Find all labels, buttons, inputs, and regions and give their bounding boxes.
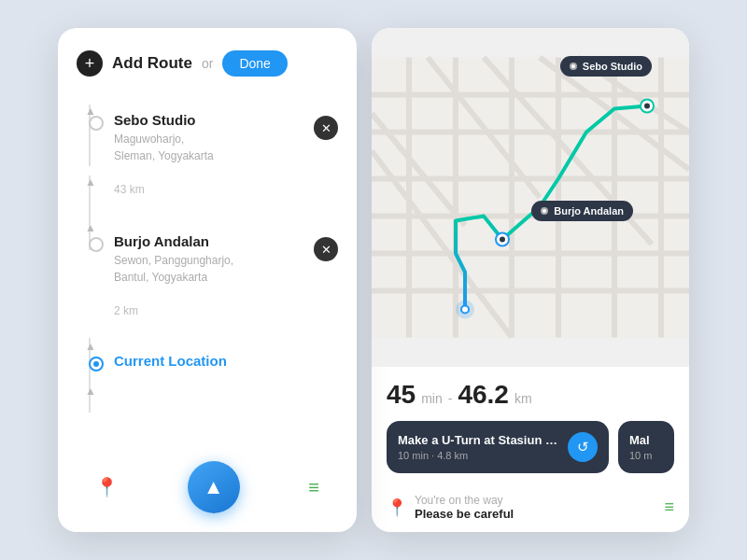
time-number: 45 [387,380,416,410]
instruction-icon-wrap-1: ↺ [568,432,598,462]
add-route-label: Add Route [112,54,192,73]
stop-burjo: Burjo Andalan Sewon, Panggungharjo,Bantu… [114,233,338,286]
instruction-row: Make a U-Turn at Stasiun Tugu 10 min · 4… [387,421,674,473]
status-top-label: You're on the way [415,494,656,507]
left-panel: + Add Route or Done ▲ Sebo Studio Maguwo… [58,28,357,532]
instruction-main-1: Make a U-Turn at Stasiun Tugu [398,433,558,447]
arrow-up-3-icon: ▲ [85,221,96,234]
svg-point-22 [500,237,505,243]
add-route-button[interactable]: + [77,50,103,77]
svg-point-25 [462,307,468,313]
or-label: or [202,56,213,71]
location-green-icon: 📍 [387,497,407,518]
status-bottom-label: Please be careful [415,507,656,521]
stop-burjo-node [89,237,104,252]
current-location-item: Current Location [114,353,338,370]
instruction-sub-2: 10 m [629,450,663,461]
instruction-card-1[interactable]: Make a U-Turn at Stasiun Tugu 10 min · 4… [387,421,609,473]
navigate-button[interactable]: ▲ [188,461,240,513]
instruction-sub-1: 10 min · 4.8 km [398,450,558,461]
arrow-up-5-icon: ▲ [85,385,96,398]
info-panel: 45 min - 46.2 km Make a U-Turn at Stasiu… [372,367,689,484]
map-svg [372,28,689,367]
map-area: Sebo Studio Burjo Andalan [372,28,689,367]
time-distance-row: 45 min - 46.2 km [387,380,674,410]
instruction-card-2[interactable]: Mal 10 m [618,421,674,473]
stop-burjo-name: Burjo Andalan [114,233,209,249]
arrow-up-4-icon: ▲ [85,340,96,353]
instruction-text-2: Mal 10 m [629,433,663,461]
arrow-up-2-icon: ▲ [85,175,96,189]
current-location-node [89,357,104,371]
bottom-nav: 📍 ▲ ≡ [77,461,338,513]
instruction-text-1: Make a U-Turn at Stasiun Tugu 10 min · 4… [398,433,558,461]
stop-burjo-sub: Sewon, Panggungharjo,Bantul, Yogyakarta [114,252,338,286]
route-list: ▲ Sebo Studio Maguwoharjo,Sleman, Yogyak… [77,105,338,452]
current-location-label: Current Location [114,353,227,369]
time-unit-label: min [421,391,443,406]
map-label-burjo: Burjo Andalan [531,201,633,221]
map-label-sebo: Sebo Studio [560,56,652,77]
distance-43: 43 km [114,183,338,196]
location-pin-icon[interactable]: 📍 [95,476,119,498]
navigate-arrow-icon: ▲ [204,475,224,499]
separator: - [448,391,453,406]
header-row: + Add Route or Done [77,50,338,77]
stop-sebo-sub: Maguwoharjo,Sleman, Yogyakarta [114,131,338,164]
right-panel: Sebo Studio Burjo Andalan 45 min - 46.2 … [372,28,689,532]
remove-sebo-button[interactable]: ✕ [314,116,338,140]
stop-sebo-node [89,116,104,131]
done-button[interactable]: Done [222,50,287,77]
bottom-bar: 📍 You're on the way Please be careful ≡ [372,484,689,532]
distance-unit-label: km [514,391,532,406]
uturn-icon: ↺ [577,439,589,455]
remove-burjo-button[interactable]: ✕ [314,237,338,261]
list-icon[interactable]: ≡ [308,477,319,498]
stop-sebo-name: Sebo Studio [114,112,196,128]
instruction-main-2: Mal [629,433,663,447]
stop-sebo: Sebo Studio Maguwoharjo,Sleman, Yogyakar… [114,112,338,164]
distance-2: 2 km [114,304,338,317]
distance-number: 46.2 [458,380,509,410]
status-text-block: You're on the way Please be careful [415,494,656,521]
list-right-icon[interactable]: ≡ [664,497,674,517]
svg-point-20 [644,104,650,109]
